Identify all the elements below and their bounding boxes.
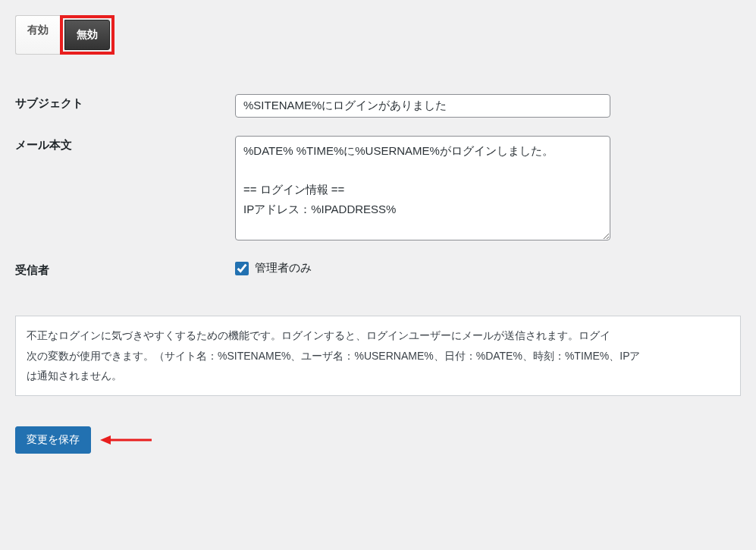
subject-label: サブジェクト [15,85,235,127]
description-line: 次の変数が使用できます。（サイト名：%SITENAME%、ユーザ名：%USERN… [27,346,729,366]
recipient-checkbox-label: 管理者のみ [255,261,312,275]
recipient-admin-only-checkbox[interactable] [235,262,249,275]
toggle-group: 有効 無効 [15,15,114,55]
body-label: メール本文 [15,127,235,252]
description-box: 不正なログインに気づきやすくするための機能です。ログインすると、ログインユーザー… [15,316,741,396]
arrow-annotation-icon [100,432,153,448]
recipient-checkbox-wrap: 管理者のみ [235,261,733,275]
body-textarea[interactable]: %DATE% %TIME%に%USERNAME%がログインしました。 == ログ… [235,136,610,240]
submit-row: 変更を保存 [15,426,741,454]
description-line: 不正なログインに気づきやすくするための機能です。ログインすると、ログインユーザー… [27,325,729,346]
save-button[interactable]: 変更を保存 [15,426,91,454]
toggle-disabled-button[interactable]: 無効 [64,20,110,50]
subject-input[interactable] [235,94,610,118]
description-line: は通知されません。 [27,366,729,386]
recipient-label: 受信者 [15,252,235,289]
svg-marker-1 [100,435,111,445]
toggle-enabled-button[interactable]: 有効 [15,15,60,55]
highlight-annotation: 無効 [60,15,114,55]
settings-form-table: サブジェクト メール本文 %DATE% %TIME%に%USERNAME%がログ… [15,85,741,289]
